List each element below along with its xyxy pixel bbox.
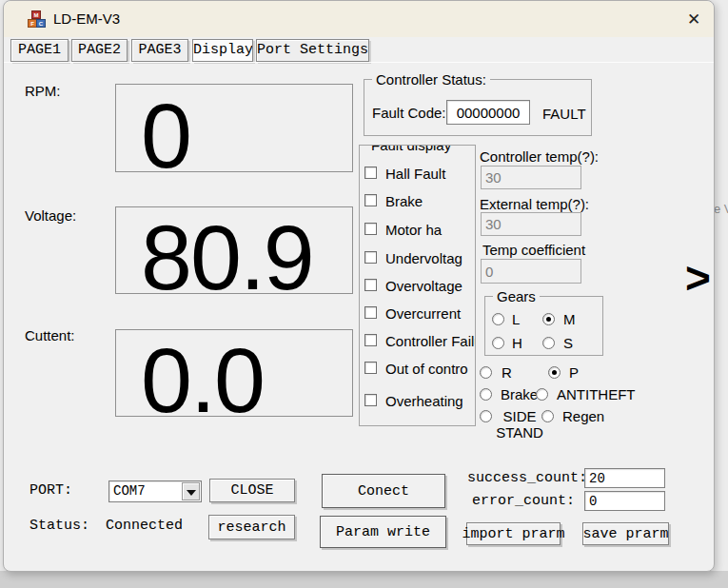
radio-mode-regen-label: Regen (562, 408, 604, 424)
checkbox-overvoltage[interactable] (364, 279, 377, 291)
checkbox-brake-fault-label: Brake (385, 193, 423, 209)
close-port-button[interactable]: CLOSE (209, 479, 295, 502)
radio-gear-m[interactable] (542, 313, 555, 325)
close-icon[interactable]: ✕ (683, 10, 704, 30)
radio-gear-h[interactable] (492, 337, 504, 349)
checkbox-brake-fault[interactable] (364, 194, 377, 206)
current-label: Cuttent: (25, 327, 75, 343)
background-window-partial-text: e V (714, 202, 728, 216)
param-write-button[interactable]: Param write (320, 516, 446, 548)
radio-mode-antitheft-label: ANTITHEFT (557, 386, 636, 402)
tab-page1[interactable]: PAGE1 (10, 39, 69, 62)
radio-mode-p-label: P (569, 364, 579, 381)
checkbox-overcurrent[interactable] (364, 306, 377, 319)
voltage-label: Voltage: (25, 207, 76, 224)
radio-mode-r-label: R (502, 364, 512, 381)
rpm-display: 0 (115, 84, 353, 172)
radio-mode-brake[interactable] (480, 388, 492, 401)
gears-group: Gears L M H S (484, 296, 603, 356)
expand-panel-arrow[interactable]: > (685, 256, 711, 300)
fault-display-group: Fault display Hall Fault Brake Motor ha … (359, 145, 476, 426)
fault-code-label: Fault Code: (372, 105, 446, 121)
radio-mode-antitheft[interactable] (536, 388, 548, 401)
controller-status-group: Controller Status: Fault Code: FAULT (364, 79, 592, 136)
chevron-down-icon (187, 490, 196, 496)
rpm-label: RPM: (25, 83, 61, 99)
import-param-button[interactable]: import prarm (466, 522, 561, 545)
title-bar[interactable]: M F C LD-EM-V3 ✕ (4, 1, 714, 37)
checkbox-undervoltage-label: Undervoltag (385, 250, 462, 266)
checkbox-motor-hall-label: Motor ha (385, 222, 442, 238)
rpm-value: 0 (116, 78, 190, 179)
radio-mode-side-stand-label: SIDE STAND (495, 408, 544, 441)
success-count-label: success_count: (467, 470, 587, 486)
checkbox-motor-hall[interactable] (364, 223, 377, 235)
success-count-field[interactable] (584, 468, 665, 488)
controller-temp-label: Controller temp(?): (480, 148, 599, 165)
current-display: 0.0 (115, 329, 353, 417)
checkbox-out-of-control-label: Out of contro (385, 361, 468, 377)
save-param-button[interactable]: save prarm (582, 522, 669, 545)
port-label: PORT: (30, 482, 72, 499)
fault-display-legend: Fault display (367, 145, 455, 153)
fault-status-text: FAULT (542, 106, 586, 122)
radio-gear-s[interactable] (542, 337, 555, 349)
tab-page3[interactable]: PAGE3 (131, 39, 188, 62)
app-icon-block-m: M (31, 10, 41, 19)
tab-display[interactable]: Display (192, 39, 253, 62)
checkbox-hall-fault[interactable] (364, 167, 377, 179)
checkbox-overcurrent-label: Overcurrent (385, 305, 461, 322)
checkbox-undervoltage[interactable] (364, 251, 377, 264)
external-temp-field[interactable] (481, 212, 581, 236)
radio-gear-h-label: H (512, 335, 522, 351)
error-count-label: error_count: (472, 493, 575, 509)
error-count-field[interactable] (584, 491, 665, 511)
radio-gear-m-label: M (563, 311, 576, 327)
radio-mode-r[interactable] (480, 366, 492, 379)
port-combobox[interactable]: COM7 (108, 480, 202, 502)
checkbox-overvoltage-label: Overvoltage (385, 278, 462, 294)
radio-gear-l-label: L (512, 311, 520, 327)
temp-coefficient-label: Temp coefficient (482, 242, 585, 258)
checkbox-controller-failure-label: Controller Failure (385, 333, 476, 349)
checkbox-overheating-label: Overheating (385, 393, 463, 409)
status-label: Status: (30, 518, 89, 534)
gears-legend: Gears (493, 288, 540, 304)
port-combobox-value: COM7 (113, 483, 146, 499)
radio-mode-side-stand[interactable] (480, 410, 492, 422)
radio-mode-regen[interactable] (541, 410, 554, 422)
fault-code-field[interactable] (446, 100, 530, 125)
desktop-background (0, 571, 728, 588)
window-title: LD-EM-V3 (53, 10, 120, 27)
voltage-value: 80.9 (116, 200, 313, 301)
external-temp-label: External temp(?): (480, 196, 589, 212)
tab-port-settings[interactable]: Port Settings (256, 39, 369, 62)
status-value: Connected (106, 518, 183, 534)
radio-mode-brake-label: Brake (501, 386, 538, 402)
connect-button[interactable]: Conect (322, 474, 445, 508)
checkbox-overheating[interactable] (364, 394, 377, 406)
controller-status-legend: Controller Status: (372, 71, 490, 88)
radio-gear-s-label: S (563, 335, 573, 351)
checkbox-out-of-control[interactable] (364, 362, 377, 374)
temp-coefficient-field[interactable] (481, 259, 581, 284)
voltage-display: 80.9 (115, 206, 353, 294)
research-button[interactable]: research (208, 515, 295, 539)
tab-page2[interactable]: PAGE2 (71, 39, 128, 62)
radio-mode-p[interactable] (548, 366, 561, 379)
tab-page-edge (4, 62, 714, 63)
port-combobox-button[interactable] (182, 482, 200, 500)
app-icon-block-c: C (36, 19, 46, 28)
app-window: M F C LD-EM-V3 ✕ PAGE1 PAGE2 PAGE3 Displ… (3, 0, 715, 572)
current-value: 0.0 (116, 323, 264, 423)
app-icon: M F C (28, 10, 47, 29)
checkbox-controller-failure[interactable] (364, 334, 377, 346)
checkbox-hall-fault-label: Hall Fault (385, 166, 445, 182)
controller-temp-field[interactable] (481, 166, 581, 189)
radio-gear-l[interactable] (492, 313, 504, 325)
